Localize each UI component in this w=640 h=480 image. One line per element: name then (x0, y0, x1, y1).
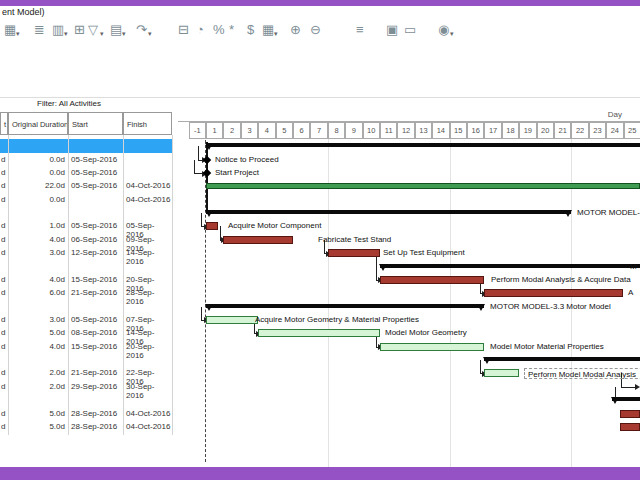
day-cell--1[interactable]: -1 (189, 122, 206, 139)
cell-original-duration: 2.0d (10, 382, 65, 391)
group-sort-icon-caret[interactable]: ▾ (122, 30, 126, 38)
table-row[interactable]: d3.0d05-Sep-201607-Sep-2016 (0, 313, 172, 326)
day-cell-17[interactable]: 17 (484, 122, 501, 139)
summary-bar[interactable] (484, 357, 640, 361)
task-bar[interactable] (258, 329, 380, 337)
day-cell-16[interactable]: 16 (467, 122, 484, 139)
table-row[interactable]: d6.0d21-Sep-201628-Sep-2016 (0, 286, 172, 299)
project-bar[interactable] (206, 183, 640, 189)
day-cell-1[interactable]: 1 (206, 122, 223, 139)
split-view-icon[interactable]: ≡ (356, 22, 364, 38)
columns-icon-caret[interactable]: ▾ (64, 30, 68, 38)
day-cell-11[interactable]: 11 (380, 122, 397, 139)
day-cell-24[interactable]: 24 (606, 122, 623, 139)
task-bar[interactable] (484, 369, 519, 377)
table-row[interactable] (0, 206, 172, 219)
task-bar[interactable] (328, 249, 380, 257)
table-row[interactable]: d0.0d05-Sep-2016 (0, 153, 172, 166)
summary-bar[interactable] (206, 210, 571, 214)
day-cell-3[interactable]: 3 (241, 122, 258, 139)
relationship-line (198, 146, 199, 159)
column-header-original-duration[interactable]: Original Duration (8, 112, 68, 135)
timescale-icon[interactable]: ⊞ (74, 22, 85, 38)
task-bar[interactable] (620, 423, 640, 431)
filter-icon[interactable]: ▽ (88, 22, 98, 38)
progress-icon[interactable]: % (213, 22, 225, 38)
day-cell-23[interactable]: 23 (589, 122, 606, 139)
table-row[interactable]: d2.0d29-Sep-201630-Sep-2016 (0, 380, 172, 393)
day-cell-20[interactable]: 20 (537, 122, 554, 139)
task-bar[interactable] (484, 289, 623, 297)
columns-icon[interactable]: ▥ (52, 22, 64, 38)
summary-bar[interactable] (206, 143, 640, 147)
day-cell-15[interactable]: 15 (450, 122, 467, 139)
day-cell-19[interactable]: 19 (519, 122, 536, 139)
table-row[interactable]: d3.0d12-Sep-201614-Sep-2016 (0, 246, 172, 259)
day-cell-6[interactable]: 6 (293, 122, 310, 139)
task-bar[interactable] (206, 222, 218, 230)
table-row[interactable]: d4.0d06-Sep-201609-Sep-2016 (0, 233, 172, 246)
table-row[interactable]: d0.0d05-Sep-2016 (0, 166, 172, 179)
task-bar[interactable] (223, 236, 293, 244)
table-row[interactable]: d1.0d05-Sep-201605-Sep-2016 (0, 219, 172, 232)
table-row[interactable] (0, 353, 172, 366)
schedule-icon[interactable]: ◔ (196, 22, 204, 38)
task-bar[interactable] (380, 276, 484, 284)
help-icon-caret[interactable]: ▾ (450, 30, 454, 38)
table-row[interactable] (0, 300, 172, 313)
table-row[interactable]: d5.0d08-Sep-201614-Sep-2016 (0, 326, 172, 339)
task-bar[interactable] (380, 343, 484, 351)
table-row[interactable]: d4.0d15-Sep-201620-Sep-2016 (0, 340, 172, 353)
reschedule-icon[interactable]: ↷ (136, 22, 147, 38)
day-cell-5[interactable]: 5 (276, 122, 293, 139)
spreadsheet-icon[interactable]: ⊟ (178, 22, 189, 38)
open-activities-icon[interactable]: ▦ (4, 22, 16, 38)
day-cell-12[interactable]: 12 (397, 122, 414, 139)
column-header-start[interactable]: Start (68, 112, 123, 135)
table-row[interactable]: d5.0d28-Sep-201604-Oct-2016 (0, 420, 172, 433)
zoom-in-icon[interactable]: ⊕ (290, 22, 301, 38)
day-cell-8[interactable]: 8 (328, 122, 345, 139)
table-row[interactable] (0, 139, 172, 152)
column-header-finish[interactable]: Finish (123, 112, 172, 135)
table-row[interactable]: d0.0d04-Oct-2016 (0, 193, 172, 206)
filter-icon-caret[interactable]: ▾ (100, 30, 104, 38)
details-icon[interactable]: ▣ (386, 22, 398, 38)
day-cell-18[interactable]: 18 (502, 122, 519, 139)
reschedule-icon-caret[interactable]: ▾ (148, 30, 152, 38)
day-cell-14[interactable]: 14 (432, 122, 449, 139)
resources-view-icon-caret[interactable]: ▾ (274, 30, 278, 38)
day-cell-4[interactable]: 4 (258, 122, 275, 139)
day-cell-22[interactable]: 22 (571, 122, 588, 139)
day-cell-21[interactable]: 21 (554, 122, 571, 139)
cost-icon[interactable]: $ (247, 22, 254, 38)
level-resources-icon[interactable]: * (229, 22, 234, 38)
group-sort-icon[interactable]: ▤ (110, 22, 122, 38)
table-row[interactable]: d22.0d05-Sep-201604-Oct-2016 (0, 179, 172, 192)
table-row[interactable]: d4.0d15-Sep-201620-Sep-2016 (0, 273, 172, 286)
table-row[interactable] (0, 260, 172, 273)
summary-bar[interactable] (612, 397, 640, 401)
day-cell-25[interactable]: 25 (624, 122, 640, 139)
summary-bar[interactable] (206, 304, 484, 308)
day-cell-9[interactable]: 9 (345, 122, 362, 139)
summary-bar[interactable] (380, 264, 640, 268)
table-row[interactable]: d5.0d28-Sep-201604-Oct-2016 (0, 407, 172, 420)
table-row[interactable]: d2.0d21-Sep-201622-Sep-2016 (0, 366, 172, 379)
column-header-t[interactable]: t (0, 112, 8, 135)
zoom-out-icon[interactable]: ⊖ (310, 22, 321, 38)
day-cell-2[interactable]: 2 (223, 122, 240, 139)
notebook-icon[interactable]: ▭ (404, 22, 416, 38)
day-cell-7[interactable]: 7 (310, 122, 327, 139)
table-row[interactable] (0, 393, 172, 406)
help-icon[interactable]: ◉ (438, 22, 449, 38)
day-cell-10[interactable]: 10 (363, 122, 380, 139)
cell-start: 08-Sep-2016 (71, 328, 121, 337)
day-cell-13[interactable]: 13 (415, 122, 432, 139)
open-activities-icon-caret[interactable]: ▾ (16, 30, 20, 38)
task-bar[interactable] (620, 410, 640, 418)
layout-rows-icon[interactable]: ≣ (34, 22, 45, 38)
resources-view-icon[interactable]: ▦ (262, 22, 274, 38)
bar-label: M (630, 262, 637, 271)
task-bar[interactable] (206, 316, 258, 324)
